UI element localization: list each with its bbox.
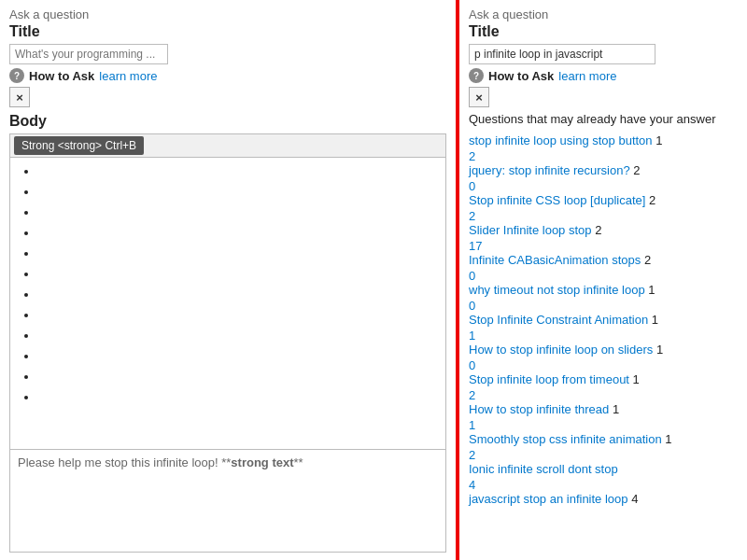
question-score: 2	[592, 223, 602, 237]
answer-count: 1	[469, 329, 738, 343]
answer-count: 2	[469, 209, 738, 223]
question-score: 1	[629, 372, 640, 386]
question-link[interactable]: Slider Infinite loop stop	[469, 223, 592, 237]
question-item: stop infinite loop using stop button 1	[469, 133, 738, 147]
question-item: Infinite CABasicAnimation stops 2	[469, 253, 738, 267]
question-item: Stop infinite CSS loop [duplicate] 2	[469, 193, 738, 207]
bold-tooltip[interactable]: Strong <strong> Ctrl+B	[14, 136, 144, 155]
list-item	[38, 367, 445, 387]
question-link[interactable]: Stop infinite loop from timeout	[469, 372, 629, 386]
left-ask-label: Ask a question	[9, 7, 446, 21]
right-title-input[interactable]	[469, 44, 655, 64]
question-item: Ionic infinite scroll dont stop	[469, 462, 738, 476]
right-panel: Ask a question Title ? How to Ask learn …	[458, 0, 747, 560]
body-text: Please help me stop this infinite loop! …	[18, 455, 303, 469]
left-title-label: Title	[9, 23, 446, 40]
right-ask-label: Ask a question	[469, 7, 738, 21]
question-link[interactable]: Stop Infinite Constraint Animation	[469, 313, 648, 327]
question-link[interactable]: jquery: stop infinite recursion?	[469, 163, 630, 177]
question-item: why timeout not stop infinite loop 1	[469, 283, 738, 297]
list-item	[38, 326, 445, 346]
question-score: 1	[653, 133, 663, 147]
question-score: 2	[630, 163, 641, 177]
question-link[interactable]: How to stop infinite thread	[469, 402, 609, 416]
answer-count: 0	[469, 299, 738, 313]
right-title-label: Title	[469, 23, 738, 40]
answer-count: 2	[469, 448, 738, 462]
question-item: Smoothly stop css infinite animation 1	[469, 432, 738, 446]
list-item	[38, 264, 445, 285]
question-item: javascript stop an infinite loop 4	[469, 492, 738, 506]
question-item: jquery: stop infinite recursion? 2	[469, 163, 738, 177]
question-score: 1	[645, 283, 655, 297]
question-score: 2	[641, 253, 651, 267]
editor-area: Strong <strong> Ctrl+B Please help me st…	[9, 133, 446, 553]
help-icon[interactable]: ?	[9, 68, 24, 83]
how-to-ask-text: How to Ask	[29, 69, 94, 83]
answer-count: 0	[469, 179, 738, 193]
left-panel: Ask a question Title ? How to Ask learn …	[0, 0, 458, 560]
body-textarea[interactable]: Please help me stop this infinite loop! …	[10, 449, 445, 552]
question-link[interactable]: Stop infinite CSS loop [duplicate]	[469, 193, 645, 207]
question-link[interactable]: How to stop infinite loop on sliders	[469, 343, 653, 357]
list-item	[38, 244, 445, 264]
question-score: 4	[628, 492, 639, 506]
question-item: How to stop infinite thread 1	[469, 402, 738, 416]
question-link[interactable]: Ionic infinite scroll dont stop	[469, 462, 618, 476]
question-item: Stop Infinite Constraint Animation 1	[469, 313, 738, 327]
answer-count: 0	[469, 358, 738, 372]
learn-more-link[interactable]: learn more	[99, 69, 157, 83]
questions-list: stop infinite loop using stop button 12j…	[469, 133, 738, 506]
answer-count: 0	[469, 269, 738, 283]
close-button[interactable]: ×	[9, 87, 30, 107]
question-item: How to stop infinite loop on sliders 1	[469, 343, 738, 357]
question-link[interactable]: javascript stop an infinite loop	[469, 492, 628, 506]
list-item	[38, 203, 445, 223]
right-learn-more-link[interactable]: learn more	[558, 69, 616, 83]
question-link[interactable]: Smoothly stop css infinite animation	[469, 432, 662, 446]
list-item	[38, 387, 445, 408]
list-item	[38, 182, 445, 203]
list-item	[38, 161, 445, 182]
question-score: 1	[609, 402, 619, 416]
question-item: Stop infinite loop from timeout 1	[469, 372, 738, 386]
question-score: 2	[645, 193, 655, 207]
body-label: Body	[9, 113, 446, 130]
right-close-button[interactable]: ×	[469, 87, 489, 107]
answer-count: 4	[469, 478, 738, 492]
question-score: 1	[653, 343, 663, 357]
question-link[interactable]: Infinite CABasicAnimation stops	[469, 253, 641, 267]
question-item: Slider Infinite loop stop 2	[469, 223, 738, 237]
list-item	[38, 223, 445, 244]
answer-count: 2	[469, 149, 738, 163]
right-how-to-ask-text: How to Ask	[488, 69, 554, 83]
answer-count: 2	[469, 388, 738, 402]
question-link[interactable]: why timeout not stop infinite loop	[469, 283, 645, 297]
editor-toolbar: Strong <strong> Ctrl+B	[10, 134, 445, 158]
list-item	[38, 346, 445, 367]
answer-count: 1	[469, 418, 738, 432]
question-score: 1	[648, 313, 658, 327]
question-score: 1	[662, 432, 672, 446]
title-input[interactable]	[9, 44, 168, 64]
bullet-list	[10, 158, 445, 449]
questions-header: Questions that may already have your ans…	[469, 111, 738, 128]
list-item	[38, 305, 445, 326]
right-help-icon[interactable]: ?	[469, 68, 484, 83]
list-item	[38, 285, 445, 305]
answer-count: 17	[469, 239, 738, 253]
question-link[interactable]: stop infinite loop using stop button	[469, 133, 653, 147]
